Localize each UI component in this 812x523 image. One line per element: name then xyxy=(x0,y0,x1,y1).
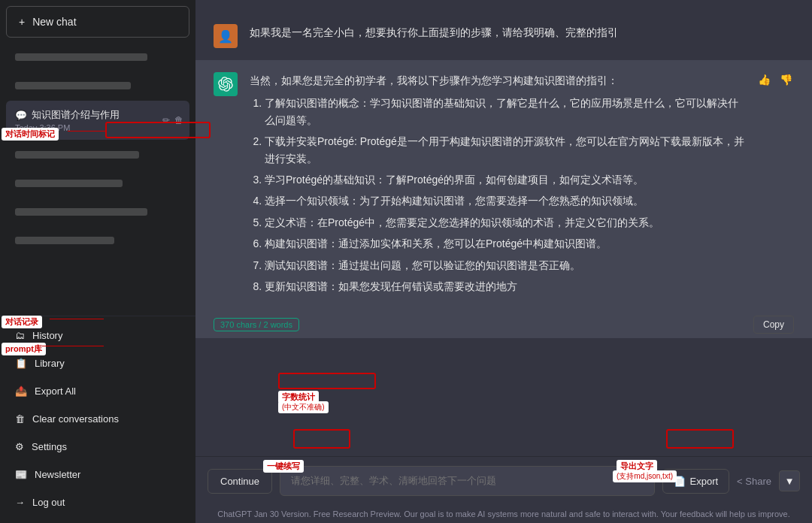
annotation-continue: 一键续写 xyxy=(263,460,304,473)
step-8: 更新知识图谱：如果您发现任何错误或需要改进的地方 xyxy=(265,278,744,295)
sidebar-item-settings[interactable]: ⚙ Settings xyxy=(6,434,189,460)
step-1: 了解知识图谱的概念：学习知识图谱的基础知识，了解它是什么，它的应用场景是什么，它… xyxy=(265,95,744,128)
user-message: 👤 如果我是一名完全小白，想要执行你上面提到的步骤，请给我明确、完整的指引 xyxy=(195,12,812,60)
assistant-intro: 当然，如果您是完全的初学者，我将以下步骤作为您学习构建知识图谱的指引： xyxy=(250,72,744,89)
trash-icon: 🗑 xyxy=(15,413,25,425)
sidebar-item-export-all[interactable]: 📤 Export All xyxy=(6,378,189,404)
step-3: 学习Protégé的基础知识：了解Protégé的界面，如何创建项目，如何定义术… xyxy=(265,171,744,188)
conversations-list: 💬 知识图谱介绍与作用 Today 3:36 PM ✏ 🗑 xyxy=(0,41,195,316)
export-all-icon: 📤 xyxy=(15,385,27,397)
thumbs-up-button[interactable]: 👍 xyxy=(756,72,772,87)
list-item[interactable] xyxy=(6,198,189,225)
step-7: 测试知识图谱：通过提出问题，您可以验证您的知识图谱是否正确。 xyxy=(265,257,744,274)
list-item[interactable] xyxy=(6,170,189,197)
logout-label: Log out xyxy=(32,497,65,508)
annotation-library-arrow xyxy=(42,346,104,346)
list-item[interactable] xyxy=(6,141,189,168)
user-avatar: 👤 xyxy=(214,24,238,48)
stats-bar: 370 chars / 2 words Copy xyxy=(195,311,812,338)
annotation-time-arrow xyxy=(68,131,105,132)
new-chat-button[interactable]: + New chat xyxy=(6,6,189,38)
annotation-library: prompt库 xyxy=(2,343,46,355)
user-message-content: 如果我是一名完全小白，想要执行你上面提到的步骤，请给我明确、完整的指引 xyxy=(250,24,794,48)
stats-badge: 370 chars / 2 words xyxy=(214,318,299,331)
chat-messages: 👤 如果我是一名完全小白，想要执行你上面提到的步骤，请给我明确、完整的指引 当然… xyxy=(195,0,812,456)
scroll-down-button[interactable]: ▼ xyxy=(779,470,800,491)
plus-icon: + xyxy=(19,16,25,28)
newsletter-icon: 📰 xyxy=(15,469,27,480)
sidebar-item-clear[interactable]: 🗑 Clear conversations xyxy=(6,406,189,432)
sidebar-item-newsletter[interactable]: 📰 Newsletter xyxy=(6,461,189,488)
assistant-message: 当然，如果您是完全的初学者，我将以下步骤作为您学习构建知识图谱的指引： 了解知识… xyxy=(195,60,812,311)
step-5: 定义术语：在Protégé中，您需要定义您选择的知识领域的术语，并定义它们的关系… xyxy=(265,214,744,231)
history-icon: 🗂 xyxy=(15,330,25,341)
annotation-history: 对话记录 xyxy=(2,316,42,328)
conv-action-buttons: ✏ 🗑 xyxy=(162,115,183,125)
list-item[interactable] xyxy=(6,227,189,254)
export-all-label: Export All xyxy=(35,385,76,397)
annotation-history-arrow xyxy=(50,319,104,319)
edit-icon[interactable]: ✏ xyxy=(162,115,170,125)
step-2: 下载并安装Protégé: Protégé是一个用于构建知识图谱的开源软件，您可… xyxy=(265,133,744,167)
annotation-export-sub: (支持md,json,txt) xyxy=(613,470,677,482)
continue-button[interactable]: Continue xyxy=(208,469,272,494)
annotation-time: 对话时间标记 xyxy=(2,128,59,141)
step-4: 选择一个知识领域：为了开始构建知识图谱，您需要选择一个您熟悉的知识领域。 xyxy=(265,192,744,209)
list-item[interactable] xyxy=(6,72,189,99)
footer-text: ChatGPT Jan 30 Version. Free Research Pr… xyxy=(195,505,812,523)
settings-icon: ⚙ xyxy=(15,441,24,452)
thumbs-down-button[interactable]: 👎 xyxy=(778,72,794,87)
message-actions: 👍 👎 xyxy=(756,72,794,299)
assistant-avatar xyxy=(214,72,238,96)
settings-label: Settings xyxy=(32,441,67,452)
library-icon: 📋 xyxy=(15,358,27,369)
chat-icon: 💬 xyxy=(15,110,27,121)
conversation-title: 💬 知识图谱介绍与作用 xyxy=(15,108,180,122)
steps-list: 了解知识图谱的概念：学习知识图谱的基础知识，了解它是什么，它的应用场景是什么，它… xyxy=(250,95,744,295)
logout-icon: → xyxy=(15,497,25,508)
export-label: Export xyxy=(690,476,719,487)
main-panel: 👤 如果我是一名完全小白，想要执行你上面提到的步骤，请给我明确、完整的指引 当然… xyxy=(195,0,812,523)
newsletter-label: Newsletter xyxy=(35,469,80,480)
clear-label: Clear conversations xyxy=(32,413,119,425)
step-6: 构建知识图谱：通过添加实体和关系，您可以在Protégé中构建知识图谱。 xyxy=(265,235,744,252)
sidebar-item-logout[interactable]: → Log out xyxy=(6,489,189,515)
list-item[interactable] xyxy=(6,44,189,71)
sidebar: + New chat 💬 知识图谱介绍与作用 Today 3:36 PM ✏ 🗑 xyxy=(0,0,195,523)
assistant-message-content: 当然，如果您是完全的初学者，我将以下步骤作为您学习构建知识图谱的指引： 了解知识… xyxy=(250,72,744,299)
delete-icon[interactable]: 🗑 xyxy=(174,115,183,125)
share-button[interactable]: < Share xyxy=(737,476,771,487)
history-label: History xyxy=(32,330,62,341)
chat-input[interactable] xyxy=(280,466,654,496)
library-label: Library xyxy=(35,358,65,369)
new-chat-label: New chat xyxy=(32,16,76,28)
annotation-stats-sub: (中文不准确) xyxy=(278,401,329,413)
copy-button[interactable]: Copy xyxy=(753,316,794,334)
